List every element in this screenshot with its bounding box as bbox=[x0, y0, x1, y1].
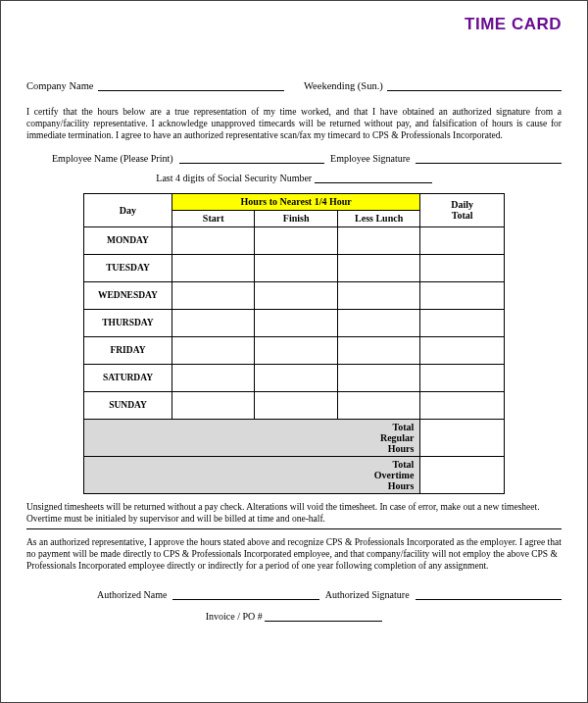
finish-cell[interactable] bbox=[255, 281, 337, 309]
employee-row: Employee Name (Please Print) Employee Si… bbox=[26, 152, 562, 164]
start-cell[interactable] bbox=[172, 226, 254, 254]
total-overtime-l2: Overtime bbox=[86, 470, 414, 480]
lunch-cell[interactable] bbox=[337, 336, 419, 364]
total-overtime-label: Total Overtime Hours bbox=[84, 456, 420, 493]
notice-text: Unsigned timesheets will be returned wit… bbox=[26, 502, 562, 526]
finish-cell[interactable] bbox=[255, 254, 337, 281]
lunch-cell[interactable] bbox=[337, 309, 419, 336]
invoice-input[interactable] bbox=[265, 610, 382, 622]
daily-cell[interactable] bbox=[420, 254, 505, 281]
total-regular-l1: Total bbox=[86, 422, 414, 432]
day-cell: MONDAY bbox=[84, 226, 172, 254]
day-cell: SATURDAY bbox=[84, 364, 172, 391]
day-cell: FRIDAY bbox=[84, 336, 172, 364]
authorization-text: As an authorized representative, I appro… bbox=[26, 537, 562, 573]
table-row: WEDNESDAY bbox=[84, 281, 505, 309]
invoice-row: Invoice / PO # bbox=[26, 610, 562, 622]
less-lunch-header: Less Lunch bbox=[337, 210, 419, 226]
top-field-row: Company Name Weekending (Sun.) bbox=[26, 79, 562, 91]
finish-cell[interactable] bbox=[255, 364, 337, 391]
daily-cell[interactable] bbox=[420, 391, 505, 419]
employee-name-label: Employee Name (Please Print) bbox=[52, 153, 173, 164]
daily-cell[interactable] bbox=[420, 281, 505, 309]
lunch-cell[interactable] bbox=[337, 226, 419, 254]
day-header: Day bbox=[84, 193, 172, 226]
daily-total-line1: Daily bbox=[420, 199, 504, 210]
page-title: TIME CARD bbox=[26, 15, 562, 34]
employee-name-input[interactable] bbox=[179, 152, 325, 164]
start-cell[interactable] bbox=[172, 254, 254, 281]
total-regular-l3: Hours bbox=[86, 443, 414, 454]
ssn-input[interactable] bbox=[315, 172, 432, 183]
daily-cell[interactable] bbox=[420, 226, 505, 254]
start-header: Start bbox=[172, 210, 254, 226]
daily-total-line2: Total bbox=[420, 210, 504, 221]
divider bbox=[26, 528, 562, 529]
table-row: SATURDAY bbox=[84, 364, 505, 391]
daily-cell[interactable] bbox=[420, 309, 505, 336]
invoice-label: Invoice / PO # bbox=[206, 611, 263, 622]
start-cell[interactable] bbox=[172, 281, 254, 309]
certification-text: I certify that the hours below are a tru… bbox=[26, 107, 562, 142]
ssn-row: Last 4 digits of Social Security Number bbox=[26, 172, 562, 183]
start-cell[interactable] bbox=[172, 364, 254, 391]
day-cell: TUESDAY bbox=[84, 254, 172, 281]
company-name-input[interactable] bbox=[98, 79, 284, 91]
start-cell[interactable] bbox=[172, 309, 254, 336]
day-cell: SUNDAY bbox=[84, 391, 172, 419]
finish-cell[interactable] bbox=[255, 226, 337, 254]
authorized-name-label: Authorized Name bbox=[97, 589, 167, 600]
total-regular-row: Total Regular Hours bbox=[84, 419, 505, 456]
authorized-row: Authorized Name Authorized Signature bbox=[26, 588, 562, 600]
total-overtime-l1: Total bbox=[86, 459, 414, 470]
total-regular-label: Total Regular Hours bbox=[84, 419, 420, 456]
company-name-label: Company Name bbox=[26, 80, 94, 91]
ssn-label: Last 4 digits of Social Security Number bbox=[156, 173, 312, 183]
timecard-table: Day Hours to Nearest 1/4 Hour Daily Tota… bbox=[83, 193, 505, 494]
lunch-cell[interactable] bbox=[337, 254, 419, 281]
hours-header: Hours to Nearest 1/4 Hour bbox=[172, 193, 419, 210]
company-name-field: Company Name bbox=[26, 79, 284, 91]
table-row: MONDAY bbox=[84, 226, 505, 254]
table-row: TUESDAY bbox=[84, 254, 505, 281]
total-overtime-row: Total Overtime Hours bbox=[84, 456, 505, 493]
total-overtime-value[interactable] bbox=[420, 456, 505, 493]
table-header-row-1: Day Hours to Nearest 1/4 Hour Daily Tota… bbox=[84, 193, 505, 210]
daily-cell[interactable] bbox=[420, 336, 505, 364]
start-cell[interactable] bbox=[172, 391, 254, 419]
total-overtime-l3: Hours bbox=[86, 480, 414, 491]
daily-total-header: Daily Total bbox=[420, 193, 505, 226]
lunch-cell[interactable] bbox=[337, 364, 419, 391]
table-row: SUNDAY bbox=[84, 391, 505, 419]
day-cell: WEDNESDAY bbox=[84, 281, 172, 309]
time-card-page: TIME CARD Company Name Weekending (Sun.)… bbox=[0, 0, 588, 703]
lunch-cell[interactable] bbox=[337, 391, 419, 419]
total-regular-value[interactable] bbox=[420, 419, 505, 456]
weekending-input[interactable] bbox=[387, 79, 562, 91]
authorized-signature-label: Authorized Signature bbox=[325, 589, 410, 600]
weekending-field: Weekending (Sun.) bbox=[304, 79, 562, 91]
weekending-label: Weekending (Sun.) bbox=[304, 80, 383, 91]
daily-cell[interactable] bbox=[420, 364, 505, 391]
finish-header: Finish bbox=[255, 210, 337, 226]
authorized-name-input[interactable] bbox=[172, 588, 318, 600]
table-row: THURSDAY bbox=[84, 309, 505, 336]
lunch-cell[interactable] bbox=[337, 281, 419, 309]
total-regular-l2: Regular bbox=[86, 432, 414, 443]
finish-cell[interactable] bbox=[255, 336, 337, 364]
start-cell[interactable] bbox=[172, 336, 254, 364]
authorized-signature-input[interactable] bbox=[416, 588, 562, 600]
finish-cell[interactable] bbox=[255, 391, 337, 419]
employee-signature-input[interactable] bbox=[416, 152, 562, 164]
day-cell: THURSDAY bbox=[84, 309, 172, 336]
table-row: FRIDAY bbox=[84, 336, 505, 364]
finish-cell[interactable] bbox=[255, 309, 337, 336]
employee-signature-label: Employee Signature bbox=[330, 153, 410, 164]
